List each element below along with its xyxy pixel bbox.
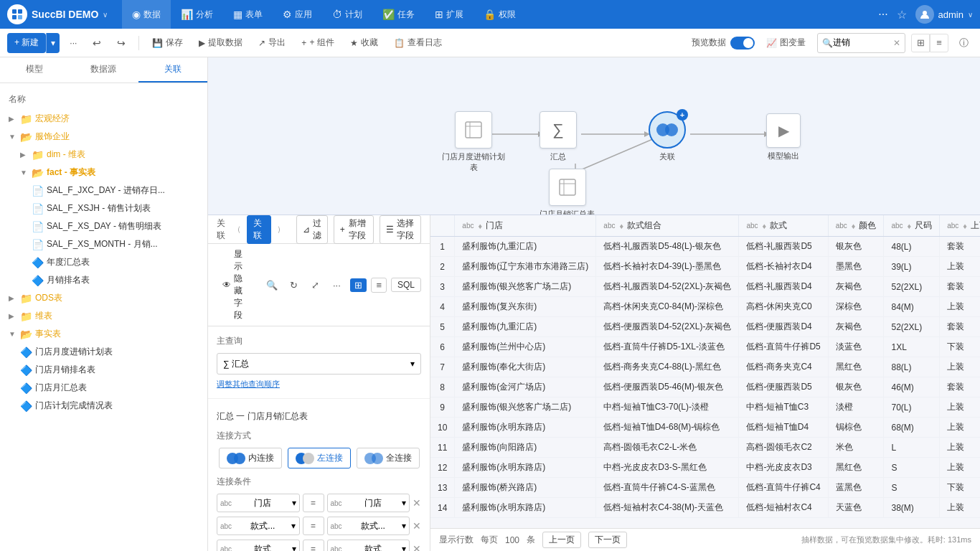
sidebar-item-store-complete[interactable]: 🔷 门店计划完成情况表 — [11, 397, 207, 415]
nav-star-icon[interactable]: ☆ — [897, 8, 907, 22]
cond-delete-1[interactable]: ✕ — [413, 497, 421, 509]
sum-node[interactable]: ∑ 汇总 — [540, 111, 577, 162]
row-num: 5 — [430, 317, 455, 337]
store-sum-node[interactable]: 门店月销汇总表 — [540, 169, 595, 215]
sidebar-item-store-sum[interactable]: 🔷 门店月汇总表 — [11, 379, 207, 397]
export-button[interactable]: ↗ 导出 — [253, 33, 291, 53]
refresh-icon-btn[interactable]: ↻ — [284, 276, 303, 294]
left-join-button[interactable]: 左连接 — [288, 448, 351, 468]
sidebar-item-dimtable[interactable]: ▶ 📁 维表 — [0, 307, 207, 325]
hide-fields-label: 显示隐藏字段 — [234, 248, 248, 321]
cond-eq-3[interactable]: = — [303, 540, 324, 551]
th-rownum — [430, 215, 455, 237]
cond-left-2[interactable]: abc 款式... ▾ — [217, 517, 300, 535]
cond-right-1[interactable]: abc 门店 ▾ — [327, 494, 410, 512]
nav-item-app[interactable]: ⚙ 应用 — [273, 0, 322, 29]
sum-node-box[interactable]: ∑ — [540, 111, 577, 149]
join-badge-active[interactable]: 关联 — [247, 215, 270, 244]
search-clear-icon[interactable]: ✕ — [893, 38, 900, 48]
sidebar-item-store-rank[interactable]: 🔷 门店月销排名表 — [11, 361, 207, 379]
nav-item-data[interactable]: ◉ 数据 — [122, 0, 171, 29]
output-node-box[interactable]: ▶ — [766, 113, 801, 148]
join-node-box[interactable]: + — [649, 111, 686, 149]
collect-button[interactable]: ★ 收藏 — [344, 33, 384, 53]
component-button[interactable]: + + 组件 — [296, 33, 339, 53]
join-node[interactable]: + 关联 — [649, 111, 686, 162]
new-button[interactable]: + 新建 — [7, 33, 46, 53]
cond-eq-1[interactable]: = — [303, 494, 324, 512]
unit-label: 条 — [527, 534, 535, 546]
grid-view-button[interactable]: ⊞ — [911, 34, 930, 52]
sidebar-item-ods[interactable]: ▶ 📁 ODS表 — [0, 289, 207, 307]
sidebar-item-sal-jxc[interactable]: 📄 SAL_F_JXC_DAY - 进销存日... — [23, 182, 207, 199]
sidebar-item-monthly-rank[interactable]: 🔷 月销排名表 — [23, 271, 207, 289]
sidebar-item-store-plan[interactable]: 🔷 门店月度进销计划表 — [11, 343, 207, 361]
nav-item-table[interactable]: ▦ 表单 — [223, 0, 273, 29]
sidebar-item-sal-xsday[interactable]: 📄 SAL_F_XS_DAY - 销售明细表 — [23, 217, 207, 235]
cond-delete-3[interactable]: ✕ — [413, 543, 421, 551]
grid-btn[interactable]: ⊞ — [350, 278, 367, 292]
info-button[interactable]: ⓘ — [954, 34, 973, 52]
cond-left-1[interactable]: abc 门店 ▾ — [217, 494, 300, 512]
cond-right-2[interactable]: abc 款式... ▾ — [327, 517, 410, 535]
list-view-button[interactable]: ≡ — [930, 34, 948, 52]
list-btn[interactable]: ≡ — [371, 278, 387, 293]
th-store: abc ♦ 门店 — [455, 215, 596, 237]
sidebar-item-fact[interactable]: ▼ 📂 fact - 事实表 — [11, 164, 207, 182]
filter-button[interactable]: ⊿ 过滤 — [296, 215, 328, 244]
search-icon-btn[interactable]: 🔍 — [263, 276, 281, 294]
cond-delete-2[interactable]: ✕ — [413, 520, 421, 532]
main-query-select[interactable]: ∑ 汇总 ▾ — [217, 353, 421, 375]
nav-item-auth[interactable]: 🔒 权限 — [473, 0, 526, 29]
cell-style-combo: 中档-短袖T恤C3-70(L)-淡橙 — [596, 397, 739, 418]
sidebar-item-facttable[interactable]: ▼ 📂 事实表 — [0, 325, 207, 343]
fetch-button[interactable]: ▶ 提取数据 — [193, 33, 248, 53]
expand-icon-btn[interactable]: ⤢ — [306, 276, 324, 294]
more-icon-btn[interactable]: ··· — [327, 276, 346, 294]
store-plan-node[interactable]: 门店月度进销计划表 — [441, 111, 506, 173]
new-dropdown-arrow[interactable]: ▾ — [46, 33, 60, 53]
var-button[interactable]: 📈 图变量 — [760, 33, 811, 53]
preview-switch[interactable] — [730, 37, 755, 50]
cond-eq-2[interactable]: = — [303, 517, 324, 535]
nav-item-task[interactable]: ✅ 任务 — [372, 0, 425, 29]
nav-item-expand[interactable]: ⊞ 扩展 — [425, 0, 473, 29]
store-sum-node-box[interactable] — [549, 169, 586, 206]
nav-item-analysis[interactable]: 📊 分析 — [171, 0, 223, 29]
sidebar-tab-datasource[interactable]: 数据源 — [69, 57, 138, 83]
sql-btn[interactable]: SQL — [391, 278, 421, 292]
inner-join-button[interactable]: 内连接 — [219, 448, 282, 468]
prev-page-button[interactable]: 上一页 — [542, 532, 581, 548]
sidebar-item-fashion[interactable]: ▼ 📂 服饰企业 — [0, 128, 207, 146]
sidebar-tab-model[interactable]: 模型 — [0, 57, 69, 83]
search-input[interactable] — [833, 38, 890, 48]
sidebar-item-annual[interactable]: 🔷 年度汇总表 — [23, 253, 207, 271]
redo-button[interactable]: ↪ — [111, 33, 131, 53]
sidebar-tab-join[interactable]: 关联 — [138, 57, 207, 83]
sidebar-item-sal-xsjh[interactable]: 📄 SAL_F_XSJH - 销售计划表 — [23, 199, 207, 217]
table-icon: 📄 — [32, 239, 44, 250]
nav-item-plan[interactable]: ⏱ 计划 — [322, 0, 372, 29]
log-button[interactable]: 📋 查看日志 — [388, 33, 448, 53]
sidebar-item-macro[interactable]: ▶ 📁 宏观经济 — [0, 110, 207, 128]
full-join-button[interactable]: 全连接 — [357, 448, 420, 468]
logo-area[interactable]: SuccBI DEMO ∨ — [7, 4, 122, 24]
undo-button[interactable]: ↩ — [87, 33, 107, 53]
cond-right-3[interactable]: abc 款式 ▾ — [327, 540, 410, 551]
store-plan-node-box[interactable] — [455, 111, 492, 149]
plus-icon[interactable]: + — [677, 109, 688, 121]
save-button[interactable]: 💾 保存 — [146, 33, 189, 53]
more-button[interactable]: ··· — [64, 33, 83, 53]
hide-fields-button[interactable]: 👁 显示隐藏字段 — [217, 247, 254, 323]
cond-left-3[interactable]: abc 款式 ▾ — [217, 540, 300, 551]
next-page-button[interactable]: 下一页 — [588, 532, 627, 548]
nav-more-icon[interactable]: ··· — [878, 8, 887, 21]
adjust-order-link[interactable]: 调整其他查询顺序 — [217, 379, 421, 390]
add-field-button[interactable]: + 新增字段 — [334, 215, 374, 244]
admin-area[interactable]: admin ∨ — [915, 5, 973, 24]
sidebar-item-dim[interactable]: ▶ 📁 dim - 维表 — [11, 146, 207, 164]
select-field-button[interactable]: ☰ 选择字段 — [380, 215, 421, 244]
sidebar-item-sal-month[interactable]: 📄 SAL_F_XS_MONTH - 月销... — [23, 235, 207, 253]
output-node[interactable]: ▶ 模型输出 — [766, 113, 801, 161]
sal-xsjh-label: SAL_F_XSJH - 销售计划表 — [47, 202, 151, 215]
